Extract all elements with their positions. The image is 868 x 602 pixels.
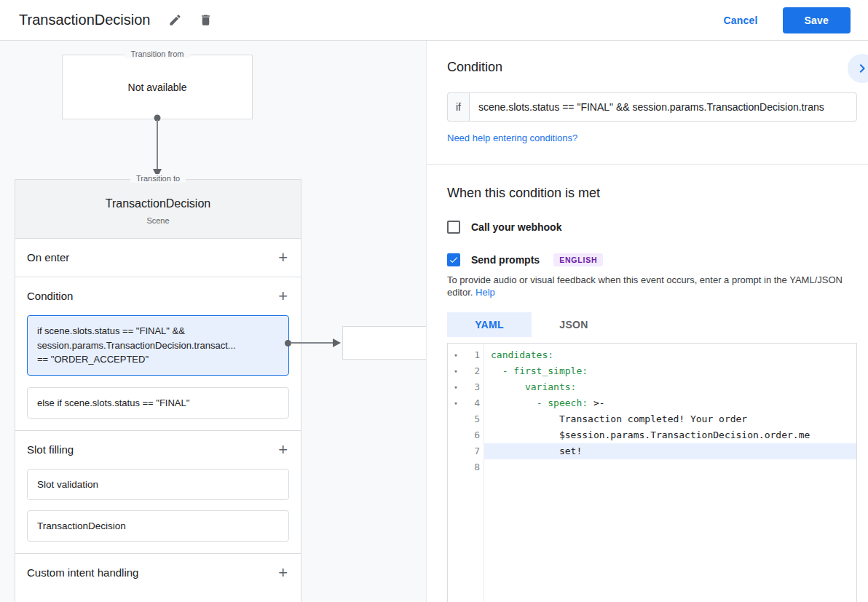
code-line[interactable]: ▾4 - speech: >-: [448, 395, 856, 411]
transition-arrow: [150, 114, 165, 179]
call-webhook-checkbox[interactable]: [447, 221, 460, 234]
transition-from-value: Not available: [128, 82, 187, 93]
line-number: 1: [464, 347, 484, 363]
conditions-help-link[interactable]: Need help entering conditions?: [447, 132, 577, 143]
cancel-button[interactable]: Cancel: [723, 15, 757, 26]
add-on-enter-button[interactable]: +: [277, 251, 289, 264]
condition-met-section: When this condition is met Call your web…: [427, 165, 868, 602]
code-line[interactable]: 5 Transaction completed! Your order: [448, 411, 856, 427]
code-text: set!: [484, 443, 856, 459]
when-met-title: When this condition is met: [447, 186, 857, 201]
language-badge: ENGLISH: [553, 253, 603, 266]
add-custom-intent-button[interactable]: +: [277, 566, 289, 579]
custom-intent-section: Custom intent handling +: [15, 554, 301, 592]
page-title: TransactionDecision: [19, 12, 150, 28]
condition-text-line: else if scene.slots.status == "FINAL": [37, 396, 279, 411]
line-number: 4: [464, 395, 484, 411]
line-number: 6: [464, 427, 484, 443]
send-prompts-checkbox[interactable]: [447, 253, 460, 266]
connector-line: [291, 342, 334, 344]
title-area: TransactionDecision: [19, 10, 216, 31]
fold-spacer: [448, 459, 464, 475]
transaction-decision-slot-card[interactable]: TransactionDecision: [27, 510, 289, 542]
trash-icon: [199, 13, 213, 27]
call-webhook-row[interactable]: Call your webhook: [447, 221, 857, 234]
fold-arrow-icon[interactable]: ▾: [448, 347, 464, 363]
condition-cards: if scene.slots.status == "FINAL" && sess…: [15, 315, 301, 430]
editor-tabs: YAML JSON: [447, 312, 857, 337]
transition-to-label: Transition to: [130, 174, 186, 183]
line-number: 5: [464, 411, 484, 427]
condition-card-else[interactable]: else if scene.slots.status == "FINAL": [27, 387, 289, 419]
help-link[interactable]: Help: [476, 287, 495, 298]
code-text: [484, 459, 856, 475]
code-text: - speech: >-: [484, 395, 856, 411]
save-button[interactable]: Save: [783, 7, 851, 33]
main-content: Transition from Not available Transition…: [0, 41, 868, 602]
panel-title: Condition: [447, 60, 857, 75]
delete-scene-button[interactable]: [195, 10, 216, 31]
code-line[interactable]: ▾3 variants:: [448, 379, 856, 395]
yaml-editor-lines: ▾1candidates:▾2 - first_simple:▾3 varian…: [448, 344, 856, 475]
condition-section: Condition + if scene.slots.status == "FI…: [15, 277, 301, 431]
condition-input-row: if: [447, 92, 857, 122]
code-text: candidates:: [484, 347, 856, 363]
pencil-icon: [168, 13, 182, 27]
line-number: 3: [464, 379, 484, 395]
header-actions: Cancel Save: [723, 7, 851, 33]
yaml-editor[interactable]: ▾1candidates:▾2 - first_simple:▾3 varian…: [447, 343, 857, 602]
line-number: 2: [464, 363, 484, 379]
fold-arrow-icon[interactable]: ▾: [448, 363, 464, 379]
condition-section-label: Condition: [27, 290, 73, 303]
fold-arrow-icon[interactable]: ▾: [448, 379, 464, 395]
condition-card-selected[interactable]: if scene.slots.status == "FINAL" && sess…: [27, 315, 289, 376]
scene-card: Transition to TransactionDecision Scene …: [15, 179, 301, 602]
condition-text-line: session.params.TransactionDecision.trans…: [37, 338, 279, 353]
code-line[interactable]: ▾1candidates:: [448, 347, 856, 363]
connected-node-box[interactable]: [342, 326, 426, 360]
scene-card-header[interactable]: TransactionDecision Scene: [15, 180, 301, 239]
condition-editor-panel: Condition if Need help entering conditio…: [426, 41, 868, 602]
fold-arrow-icon[interactable]: ▾: [448, 395, 464, 411]
on-enter-section: On enter +: [15, 239, 301, 277]
prompt-description-text: To provide audio or visual feedback when…: [447, 274, 843, 298]
slot-cards: Slot validation TransactionDecision: [15, 469, 301, 553]
fold-spacer: [448, 411, 464, 427]
scene-type-label: Scene: [15, 216, 301, 225]
fold-spacer: [448, 443, 464, 459]
line-number: 8: [464, 459, 484, 475]
edit-title-button[interactable]: [165, 10, 185, 31]
condition-text-line: == "ORDER_ACCEPTED": [37, 352, 279, 367]
if-label: if: [447, 92, 469, 122]
tab-json[interactable]: JSON: [532, 312, 616, 337]
checkmark-icon: [449, 255, 459, 265]
chevron-right-icon: [853, 60, 868, 77]
on-enter-label: On enter: [27, 251, 69, 264]
code-line[interactable]: 6 $session.params.TransactionDecision.or…: [448, 427, 856, 443]
scene-diagram: Transition from Not available Transition…: [0, 41, 426, 602]
code-line[interactable]: ▾2 - first_simple:: [448, 363, 856, 379]
code-text: variants:: [484, 379, 856, 395]
code-text: Transaction completed! Your order: [484, 411, 856, 427]
slot-filling-label: Slot filling: [27, 443, 74, 456]
condition-editor-top: Condition if Need help entering conditio…: [427, 41, 868, 144]
slot-validation-card[interactable]: Slot validation: [27, 469, 289, 500]
connector-arrowhead-icon: [333, 338, 341, 347]
code-text: - first_simple:: [484, 363, 856, 379]
send-prompts-row[interactable]: Send prompts ENGLISH: [447, 253, 857, 266]
code-line[interactable]: 8: [448, 459, 856, 475]
call-webhook-label: Call your webhook: [471, 221, 561, 233]
prompt-description: To provide audio or visual feedback when…: [447, 274, 853, 298]
condition-input[interactable]: [469, 92, 857, 122]
top-bar: TransactionDecision Cancel Save: [0, 0, 868, 41]
add-slot-button[interactable]: +: [277, 443, 289, 456]
send-prompts-label: Send prompts: [471, 254, 540, 266]
condition-text-line: if scene.slots.status == "FINAL" &&: [37, 324, 279, 338]
transition-from-box[interactable]: Transition from Not available: [62, 55, 253, 119]
code-line[interactable]: 7 set!: [448, 443, 856, 459]
transition-from-label: Transition from: [125, 49, 190, 58]
code-text: $session.params.TransactionDecision.orde…: [484, 427, 856, 443]
add-condition-button[interactable]: +: [277, 290, 289, 303]
tab-yaml[interactable]: YAML: [447, 312, 532, 337]
fold-spacer: [448, 427, 464, 443]
